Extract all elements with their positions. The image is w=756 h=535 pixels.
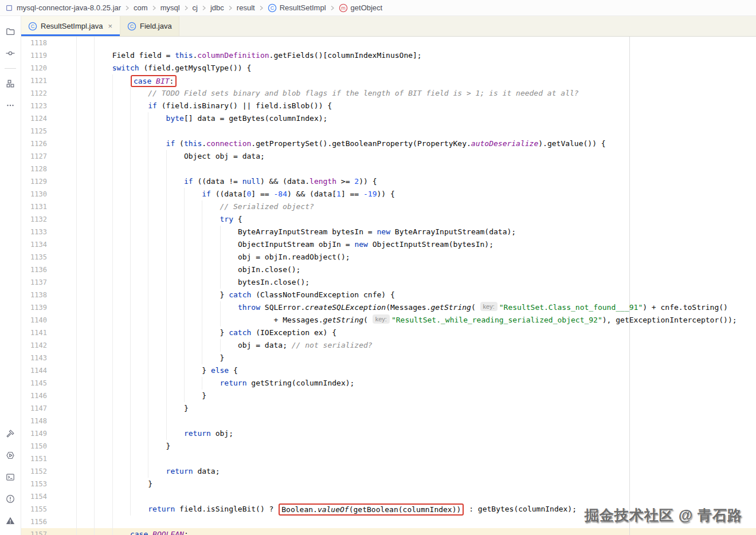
indent-guide [166, 289, 167, 301]
indent-guide [112, 200, 113, 213]
indent-guide [94, 314, 95, 326]
code-line: 1133ByteArrayInputStream bytesIn = new B… [21, 226, 756, 238]
line-number: 1154 [21, 490, 47, 503]
tab-Field.java[interactable]: CField.java [120, 16, 179, 36]
indent-guide [130, 213, 131, 226]
indent-guide [148, 339, 148, 352]
breadcrumb-item[interactable]: cj [193, 3, 198, 12]
indent-guide [94, 503, 95, 516]
indent-guide [166, 377, 167, 390]
more-button[interactable] [2, 97, 18, 113]
indent-guide [94, 276, 95, 289]
line-number: 1128 [21, 163, 47, 175]
chevron-right-icon [228, 5, 233, 11]
indent-guide [202, 339, 202, 352]
code-line: 1138} catch (ClassNotFoundException cnfe… [21, 289, 756, 301]
breadcrumb-item[interactable]: result [237, 3, 255, 12]
warning-triangle-button[interactable] [2, 513, 18, 529]
indent-guide [76, 74, 77, 87]
indent-guide [130, 100, 131, 112]
breadcrumb-item[interactable]: mgetObject [339, 3, 383, 13]
indent-guide [166, 339, 167, 352]
services-icon [6, 451, 15, 460]
editor-tab-bar: CResultSetImpl.java×CField.java [21, 16, 756, 37]
indent-guide [112, 415, 113, 427]
breadcrumb-item[interactable]: CResultSetImpl [268, 3, 326, 13]
code-line: 1151 [21, 453, 756, 465]
indent-guide [94, 163, 95, 175]
indent-guide [94, 37, 95, 49]
terminal-button[interactable] [2, 469, 18, 485]
breadcrumb-item[interactable]: mysql-connector-java-8.0.25.jar [5, 3, 121, 13]
indent-guide [148, 364, 148, 377]
indent-guide [76, 150, 77, 163]
indent-guide [166, 251, 167, 263]
indent-guide [94, 100, 95, 112]
indent-guide [220, 301, 221, 314]
main-area: CResultSetImpl.java×CField.java 11181119… [0, 16, 756, 535]
indent-guide [130, 226, 131, 238]
breadcrumb-item[interactable]: com [134, 3, 148, 12]
breadcrumb-label: mysql-connector-java-8.0.25.jar [17, 3, 121, 12]
build-hammer-icon [6, 429, 15, 438]
line-number: 1152 [21, 465, 47, 478]
indent-guide [94, 528, 95, 535]
annotation-red-box: Boolean.valueOf(getBoolean(columnIndex)) [279, 503, 464, 516]
line-number: 1149 [21, 427, 47, 440]
line-number: 1131 [21, 200, 47, 213]
indent-guide [220, 251, 221, 263]
indent-guide [112, 276, 113, 289]
indent-guide [94, 453, 95, 465]
indent-guide [76, 263, 77, 276]
line-number: 1122 [21, 87, 47, 100]
indent-guide [94, 440, 95, 453]
breadcrumb-label: result [237, 3, 255, 12]
parameter-hint: key: [373, 314, 390, 324]
chevron-right-icon [330, 5, 335, 11]
line-number: 1126 [21, 137, 47, 150]
indent-guide [76, 352, 77, 364]
project-folder-button[interactable] [2, 23, 18, 40]
indent-guide [166, 390, 167, 402]
problems-button[interactable] [2, 491, 18, 507]
indent-guide [130, 352, 131, 364]
build-hammer-button[interactable] [2, 426, 18, 442]
close-icon[interactable]: × [107, 22, 113, 30]
indent-guide [148, 226, 148, 238]
code-text: // Serialized object? [220, 200, 314, 213]
indent-guide [184, 352, 185, 364]
code-text: } [166, 440, 171, 453]
breadcrumb-item[interactable]: mysql [160, 3, 180, 12]
indent-guide [184, 339, 185, 352]
indent-guide [94, 377, 95, 390]
line-number: 1148 [21, 415, 47, 427]
indent-guide [112, 301, 113, 314]
indent-guide [130, 175, 131, 188]
code-line: 1154 [21, 490, 756, 503]
breadcrumb-item[interactable]: jdbc [210, 3, 224, 12]
code-line: 1135obj = objIn.readObject(); [21, 251, 756, 263]
indent-guide [148, 289, 148, 301]
commit-button[interactable] [2, 45, 18, 61]
indent-guide [94, 175, 95, 188]
indent-guide [184, 200, 185, 213]
indent-guide [94, 326, 95, 339]
line-number: 1140 [21, 314, 47, 326]
indent-guide [112, 427, 113, 440]
indent-guide [76, 415, 77, 427]
structure-button[interactable] [2, 76, 18, 92]
svg-text:m: m [341, 5, 346, 11]
line-number: 1138 [21, 289, 47, 301]
code-editor[interactable]: 11181119Field field = this.columnDefinit… [21, 37, 756, 535]
code-text: switch (field.getMysqlType()) { [112, 62, 252, 74]
code-line: 1139throw SQLError.createSQLException(Me… [21, 301, 756, 314]
indent-guide [112, 163, 113, 175]
code-text: throw SQLError.createSQLException(Messag… [238, 301, 728, 314]
line-number: 1120 [21, 62, 47, 74]
line-number: 1141 [21, 326, 47, 339]
indent-guide [202, 213, 202, 226]
services-button[interactable] [2, 447, 18, 463]
code-line: 1119Field field = this.columnDefinition.… [21, 49, 756, 62]
code-text: return obj; [184, 427, 233, 440]
tab-ResultSetImpl.java[interactable]: CResultSetImpl.java× [21, 16, 120, 36]
